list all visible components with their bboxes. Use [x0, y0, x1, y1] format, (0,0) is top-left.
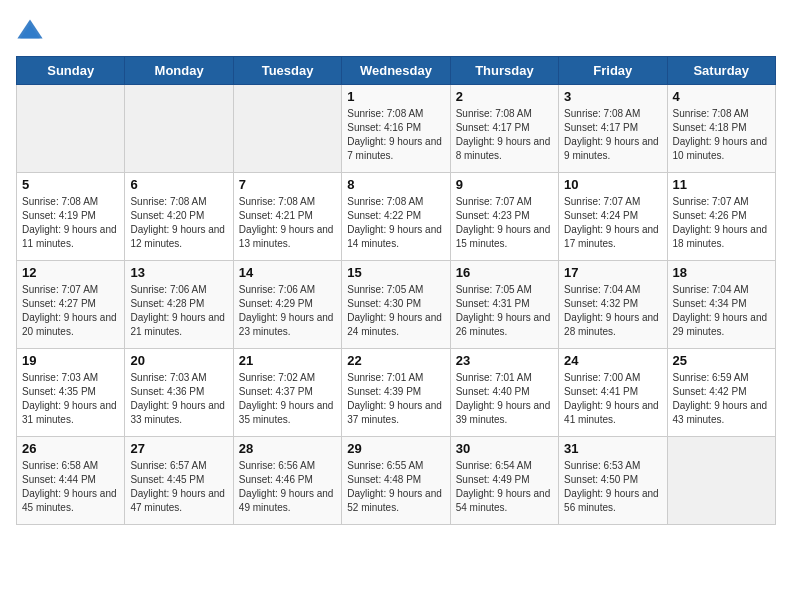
day-number: 9: [456, 177, 553, 192]
day-number: 3: [564, 89, 661, 104]
day-number: 28: [239, 441, 336, 456]
day-number: 11: [673, 177, 770, 192]
calendar-day-3: 3Sunrise: 7:08 AMSunset: 4:17 PMDaylight…: [559, 85, 667, 173]
day-info: Sunrise: 6:57 AMSunset: 4:45 PMDaylight:…: [130, 459, 227, 515]
day-number: 20: [130, 353, 227, 368]
day-number: 27: [130, 441, 227, 456]
day-info: Sunrise: 7:02 AMSunset: 4:37 PMDaylight:…: [239, 371, 336, 427]
calendar-day-18: 18Sunrise: 7:04 AMSunset: 4:34 PMDayligh…: [667, 261, 775, 349]
calendar-day-26: 26Sunrise: 6:58 AMSunset: 4:44 PMDayligh…: [17, 437, 125, 525]
empty-day: [17, 85, 125, 173]
day-info: Sunrise: 7:03 AMSunset: 4:35 PMDaylight:…: [22, 371, 119, 427]
calendar-day-17: 17Sunrise: 7:04 AMSunset: 4:32 PMDayligh…: [559, 261, 667, 349]
calendar-day-9: 9Sunrise: 7:07 AMSunset: 4:23 PMDaylight…: [450, 173, 558, 261]
calendar-day-15: 15Sunrise: 7:05 AMSunset: 4:30 PMDayligh…: [342, 261, 450, 349]
day-info: Sunrise: 7:08 AMSunset: 4:18 PMDaylight:…: [673, 107, 770, 163]
calendar-day-30: 30Sunrise: 6:54 AMSunset: 4:49 PMDayligh…: [450, 437, 558, 525]
day-header-friday: Friday: [559, 57, 667, 85]
day-number: 10: [564, 177, 661, 192]
day-number: 19: [22, 353, 119, 368]
day-number: 24: [564, 353, 661, 368]
day-info: Sunrise: 7:05 AMSunset: 4:30 PMDaylight:…: [347, 283, 444, 339]
day-number: 17: [564, 265, 661, 280]
logo-icon: [16, 16, 44, 44]
calendar-day-2: 2Sunrise: 7:08 AMSunset: 4:17 PMDaylight…: [450, 85, 558, 173]
day-number: 1: [347, 89, 444, 104]
day-info: Sunrise: 7:00 AMSunset: 4:41 PMDaylight:…: [564, 371, 661, 427]
day-info: Sunrise: 7:08 AMSunset: 4:21 PMDaylight:…: [239, 195, 336, 251]
calendar-header: SundayMondayTuesdayWednesdayThursdayFrid…: [17, 57, 776, 85]
day-number: 6: [130, 177, 227, 192]
calendar-day-25: 25Sunrise: 6:59 AMSunset: 4:42 PMDayligh…: [667, 349, 775, 437]
day-info: Sunrise: 7:08 AMSunset: 4:19 PMDaylight:…: [22, 195, 119, 251]
day-number: 29: [347, 441, 444, 456]
day-number: 8: [347, 177, 444, 192]
day-info: Sunrise: 7:08 AMSunset: 4:16 PMDaylight:…: [347, 107, 444, 163]
day-number: 7: [239, 177, 336, 192]
day-number: 4: [673, 89, 770, 104]
calendar-week-5: 26Sunrise: 6:58 AMSunset: 4:44 PMDayligh…: [17, 437, 776, 525]
calendar-day-4: 4Sunrise: 7:08 AMSunset: 4:18 PMDaylight…: [667, 85, 775, 173]
calendar-day-20: 20Sunrise: 7:03 AMSunset: 4:36 PMDayligh…: [125, 349, 233, 437]
calendar-day-21: 21Sunrise: 7:02 AMSunset: 4:37 PMDayligh…: [233, 349, 341, 437]
day-number: 15: [347, 265, 444, 280]
calendar-week-2: 5Sunrise: 7:08 AMSunset: 4:19 PMDaylight…: [17, 173, 776, 261]
calendar-day-28: 28Sunrise: 6:56 AMSunset: 4:46 PMDayligh…: [233, 437, 341, 525]
day-info: Sunrise: 7:08 AMSunset: 4:17 PMDaylight:…: [456, 107, 553, 163]
day-number: 26: [22, 441, 119, 456]
calendar-day-1: 1Sunrise: 7:08 AMSunset: 4:16 PMDaylight…: [342, 85, 450, 173]
day-info: Sunrise: 6:54 AMSunset: 4:49 PMDaylight:…: [456, 459, 553, 515]
page-header: [16, 16, 776, 44]
day-number: 30: [456, 441, 553, 456]
calendar-day-10: 10Sunrise: 7:07 AMSunset: 4:24 PMDayligh…: [559, 173, 667, 261]
day-number: 31: [564, 441, 661, 456]
calendar-day-5: 5Sunrise: 7:08 AMSunset: 4:19 PMDaylight…: [17, 173, 125, 261]
calendar-day-14: 14Sunrise: 7:06 AMSunset: 4:29 PMDayligh…: [233, 261, 341, 349]
day-info: Sunrise: 6:59 AMSunset: 4:42 PMDaylight:…: [673, 371, 770, 427]
calendar-day-11: 11Sunrise: 7:07 AMSunset: 4:26 PMDayligh…: [667, 173, 775, 261]
day-header-wednesday: Wednesday: [342, 57, 450, 85]
day-info: Sunrise: 7:01 AMSunset: 4:40 PMDaylight:…: [456, 371, 553, 427]
empty-day: [233, 85, 341, 173]
day-number: 23: [456, 353, 553, 368]
day-header-thursday: Thursday: [450, 57, 558, 85]
day-info: Sunrise: 7:08 AMSunset: 4:17 PMDaylight:…: [564, 107, 661, 163]
day-number: 18: [673, 265, 770, 280]
calendar-day-31: 31Sunrise: 6:53 AMSunset: 4:50 PMDayligh…: [559, 437, 667, 525]
calendar-week-3: 12Sunrise: 7:07 AMSunset: 4:27 PMDayligh…: [17, 261, 776, 349]
day-info: Sunrise: 7:08 AMSunset: 4:20 PMDaylight:…: [130, 195, 227, 251]
day-number: 2: [456, 89, 553, 104]
day-number: 21: [239, 353, 336, 368]
day-info: Sunrise: 7:08 AMSunset: 4:22 PMDaylight:…: [347, 195, 444, 251]
calendar-table: SundayMondayTuesdayWednesdayThursdayFrid…: [16, 56, 776, 525]
day-info: Sunrise: 7:04 AMSunset: 4:34 PMDaylight:…: [673, 283, 770, 339]
empty-day: [125, 85, 233, 173]
calendar-day-13: 13Sunrise: 7:06 AMSunset: 4:28 PMDayligh…: [125, 261, 233, 349]
day-info: Sunrise: 7:01 AMSunset: 4:39 PMDaylight:…: [347, 371, 444, 427]
day-number: 5: [22, 177, 119, 192]
day-info: Sunrise: 6:58 AMSunset: 4:44 PMDaylight:…: [22, 459, 119, 515]
day-info: Sunrise: 6:55 AMSunset: 4:48 PMDaylight:…: [347, 459, 444, 515]
day-header-sunday: Sunday: [17, 57, 125, 85]
day-header-saturday: Saturday: [667, 57, 775, 85]
logo: [16, 16, 48, 44]
day-info: Sunrise: 7:07 AMSunset: 4:26 PMDaylight:…: [673, 195, 770, 251]
calendar-day-24: 24Sunrise: 7:00 AMSunset: 4:41 PMDayligh…: [559, 349, 667, 437]
calendar-day-12: 12Sunrise: 7:07 AMSunset: 4:27 PMDayligh…: [17, 261, 125, 349]
calendar-day-22: 22Sunrise: 7:01 AMSunset: 4:39 PMDayligh…: [342, 349, 450, 437]
calendar-day-6: 6Sunrise: 7:08 AMSunset: 4:20 PMDaylight…: [125, 173, 233, 261]
day-info: Sunrise: 7:07 AMSunset: 4:23 PMDaylight:…: [456, 195, 553, 251]
day-header-tuesday: Tuesday: [233, 57, 341, 85]
day-info: Sunrise: 7:06 AMSunset: 4:28 PMDaylight:…: [130, 283, 227, 339]
day-number: 13: [130, 265, 227, 280]
day-number: 16: [456, 265, 553, 280]
day-info: Sunrise: 6:53 AMSunset: 4:50 PMDaylight:…: [564, 459, 661, 515]
day-info: Sunrise: 7:06 AMSunset: 4:29 PMDaylight:…: [239, 283, 336, 339]
day-info: Sunrise: 7:07 AMSunset: 4:24 PMDaylight:…: [564, 195, 661, 251]
calendar-day-7: 7Sunrise: 7:08 AMSunset: 4:21 PMDaylight…: [233, 173, 341, 261]
day-info: Sunrise: 7:04 AMSunset: 4:32 PMDaylight:…: [564, 283, 661, 339]
day-header-monday: Monday: [125, 57, 233, 85]
calendar-week-1: 1Sunrise: 7:08 AMSunset: 4:16 PMDaylight…: [17, 85, 776, 173]
calendar-day-19: 19Sunrise: 7:03 AMSunset: 4:35 PMDayligh…: [17, 349, 125, 437]
day-info: Sunrise: 7:07 AMSunset: 4:27 PMDaylight:…: [22, 283, 119, 339]
